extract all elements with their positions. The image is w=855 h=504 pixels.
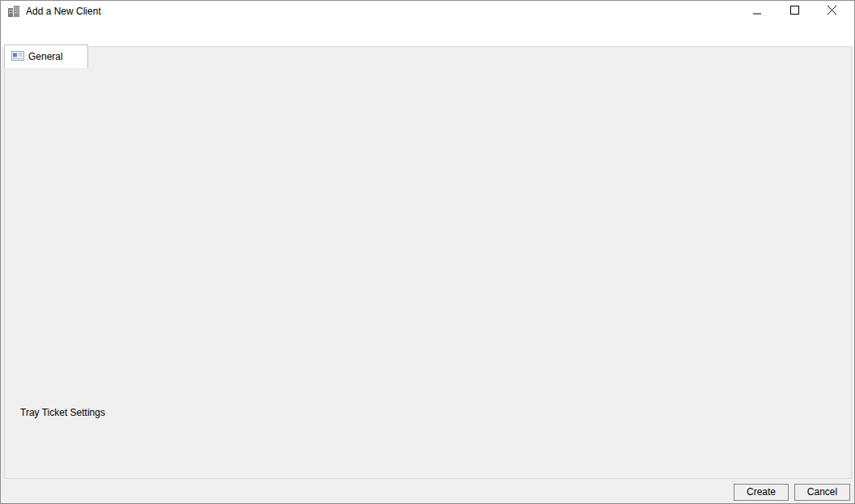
general-tab-panel bbox=[4, 46, 852, 479]
close-icon bbox=[827, 6, 836, 17]
window-title: Add a New Client bbox=[26, 6, 101, 17]
tab-general[interactable]: General bbox=[4, 44, 88, 68]
create-button[interactable]: Create bbox=[734, 484, 789, 501]
maximize-button[interactable] bbox=[776, 1, 813, 22]
tray-ticket-settings-title: Tray Ticket Settings bbox=[17, 407, 108, 418]
cancel-button[interactable]: Cancel bbox=[794, 484, 850, 501]
tab-general-label: General bbox=[28, 51, 63, 62]
minimize-icon bbox=[753, 6, 761, 17]
app-buildings-icon bbox=[7, 5, 20, 20]
minimize-button[interactable] bbox=[739, 1, 776, 22]
close-button[interactable] bbox=[813, 1, 850, 22]
contact-card-icon bbox=[11, 51, 24, 63]
maximize-icon bbox=[790, 6, 799, 17]
title-bar: Add a New Client bbox=[1, 1, 854, 22]
tab-strip: General SolarWinds Passportal Standards … bbox=[1, 22, 854, 47]
add-new-client-dialog: Add a New Client General bbox=[0, 0, 855, 504]
